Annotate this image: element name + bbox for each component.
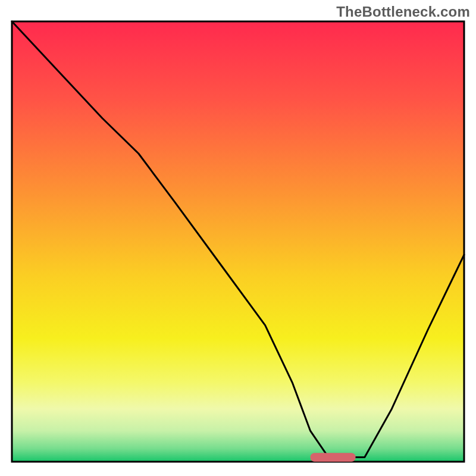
chart-container: TheBottleneck.com bbox=[0, 0, 476, 476]
plot-background bbox=[12, 21, 464, 462]
optimal-marker bbox=[311, 453, 356, 462]
bottleneck-chart bbox=[0, 0, 476, 476]
